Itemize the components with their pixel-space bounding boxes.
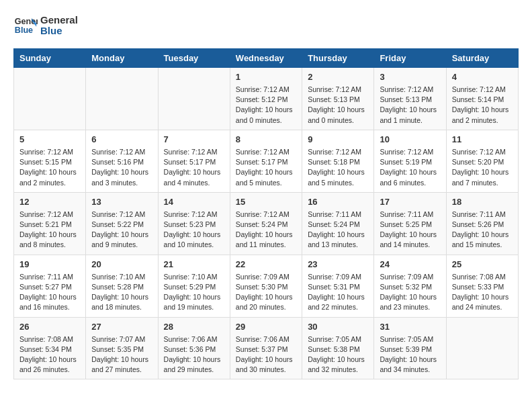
day-info: Sunrise: 7:12 AMSunset: 5:15 PMDaylight:… [19, 147, 80, 188]
day-cell: 20Sunrise: 7:10 AMSunset: 5:28 PMDayligh… [86, 255, 158, 317]
day-info: Sunrise: 7:12 AMSunset: 5:17 PMDaylight:… [164, 147, 224, 188]
day-info: Sunrise: 7:08 AMSunset: 5:34 PMDaylight:… [19, 334, 80, 375]
day-cell: 27Sunrise: 7:07 AMSunset: 5:35 PMDayligh… [86, 317, 158, 379]
day-number: 12 [19, 197, 80, 207]
day-info: Sunrise: 7:12 AMSunset: 5:22 PMDaylight:… [91, 210, 152, 250]
day-info: Sunrise: 7:05 AMSunset: 5:38 PMDaylight:… [308, 334, 368, 375]
day-number: 21 [164, 259, 224, 269]
logo-blue: Blue [40, 26, 78, 37]
day-cell: 26Sunrise: 7:08 AMSunset: 5:34 PMDayligh… [14, 317, 86, 379]
day-number: 6 [91, 134, 152, 144]
week-row-2: 12Sunrise: 7:12 AMSunset: 5:21 PMDayligh… [14, 192, 519, 255]
day-info: Sunrise: 7:11 AMSunset: 5:27 PMDaylight:… [19, 272, 80, 313]
day-number: 19 [19, 259, 80, 269]
day-number: 22 [236, 259, 296, 269]
header-tuesday: Tuesday [158, 49, 230, 68]
day-number: 28 [164, 322, 224, 332]
day-number: 10 [380, 134, 440, 144]
day-info: Sunrise: 7:12 AMSunset: 5:14 PMDaylight:… [452, 85, 513, 126]
day-number: 1 [236, 72, 296, 82]
day-cell: 31Sunrise: 7:05 AMSunset: 5:39 PMDayligh… [374, 317, 446, 379]
day-number: 4 [452, 72, 513, 82]
day-cell [158, 68, 230, 130]
day-number: 27 [91, 322, 152, 332]
day-info: Sunrise: 7:12 AMSunset: 5:19 PMDaylight:… [380, 147, 440, 188]
day-cell: 25Sunrise: 7:08 AMSunset: 5:33 PMDayligh… [446, 255, 518, 317]
day-info: Sunrise: 7:05 AMSunset: 5:39 PMDaylight:… [380, 334, 440, 375]
day-cell: 9Sunrise: 7:12 AMSunset: 5:18 PMDaylight… [302, 130, 374, 192]
day-number: 3 [380, 72, 440, 82]
day-info: Sunrise: 7:12 AMSunset: 5:13 PMDaylight:… [308, 85, 368, 126]
header-saturday: Saturday [446, 49, 518, 68]
day-cell: 11Sunrise: 7:12 AMSunset: 5:20 PMDayligh… [446, 130, 518, 192]
day-cell: 17Sunrise: 7:11 AMSunset: 5:25 PMDayligh… [374, 192, 446, 255]
day-info: Sunrise: 7:12 AMSunset: 5:23 PMDaylight:… [164, 210, 224, 250]
day-number: 30 [308, 322, 368, 332]
logo-icon: General Blue [13, 13, 38, 38]
day-info: Sunrise: 7:11 AMSunset: 5:25 PMDaylight:… [380, 210, 440, 250]
day-info: Sunrise: 7:06 AMSunset: 5:36 PMDaylight:… [164, 334, 224, 375]
day-number: 18 [452, 197, 513, 207]
page-header: General Blue General Blue [13, 13, 519, 38]
week-row-3: 19Sunrise: 7:11 AMSunset: 5:27 PMDayligh… [14, 255, 519, 317]
day-cell: 15Sunrise: 7:12 AMSunset: 5:24 PMDayligh… [230, 192, 302, 255]
day-info: Sunrise: 7:12 AMSunset: 5:21 PMDaylight:… [19, 210, 80, 250]
day-cell: 29Sunrise: 7:06 AMSunset: 5:37 PMDayligh… [230, 317, 302, 379]
calendar-table: SundayMondayTuesdayWednesdayThursdayFrid… [13, 48, 519, 379]
day-number: 14 [164, 197, 224, 207]
day-cell: 18Sunrise: 7:11 AMSunset: 5:26 PMDayligh… [446, 192, 518, 255]
header-monday: Monday [86, 49, 158, 68]
day-number: 23 [308, 259, 368, 269]
day-cell: 16Sunrise: 7:11 AMSunset: 5:24 PMDayligh… [302, 192, 374, 255]
day-info: Sunrise: 7:12 AMSunset: 5:20 PMDaylight:… [452, 147, 513, 188]
day-cell: 21Sunrise: 7:10 AMSunset: 5:29 PMDayligh… [158, 255, 230, 317]
day-info: Sunrise: 7:09 AMSunset: 5:32 PMDaylight:… [380, 272, 440, 313]
header-thursday: Thursday [302, 49, 374, 68]
day-cell: 19Sunrise: 7:11 AMSunset: 5:27 PMDayligh… [14, 255, 86, 317]
day-info: Sunrise: 7:12 AMSunset: 5:18 PMDaylight:… [308, 147, 368, 188]
day-cell: 5Sunrise: 7:12 AMSunset: 5:15 PMDaylight… [14, 130, 86, 192]
day-number: 8 [236, 134, 296, 144]
day-info: Sunrise: 7:08 AMSunset: 5:33 PMDaylight:… [452, 272, 513, 313]
day-cell: 30Sunrise: 7:05 AMSunset: 5:38 PMDayligh… [302, 317, 374, 379]
day-cell: 23Sunrise: 7:09 AMSunset: 5:31 PMDayligh… [302, 255, 374, 317]
day-info: Sunrise: 7:11 AMSunset: 5:24 PMDaylight:… [308, 210, 368, 250]
svg-text:Blue: Blue [15, 26, 33, 35]
day-cell: 3Sunrise: 7:12 AMSunset: 5:13 PMDaylight… [374, 68, 446, 130]
day-number: 2 [308, 72, 368, 82]
day-number: 15 [236, 197, 296, 207]
day-info: Sunrise: 7:10 AMSunset: 5:29 PMDaylight:… [164, 272, 224, 313]
day-cell: 12Sunrise: 7:12 AMSunset: 5:21 PMDayligh… [14, 192, 86, 255]
day-cell: 28Sunrise: 7:06 AMSunset: 5:36 PMDayligh… [158, 317, 230, 379]
day-number: 20 [91, 259, 152, 269]
week-row-4: 26Sunrise: 7:08 AMSunset: 5:34 PMDayligh… [14, 317, 519, 379]
day-cell: 2Sunrise: 7:12 AMSunset: 5:13 PMDaylight… [302, 68, 374, 130]
day-cell: 4Sunrise: 7:12 AMSunset: 5:14 PMDaylight… [446, 68, 518, 130]
day-number: 13 [91, 197, 152, 207]
day-cell [14, 68, 86, 130]
day-info: Sunrise: 7:06 AMSunset: 5:37 PMDaylight:… [236, 334, 296, 375]
day-info: Sunrise: 7:11 AMSunset: 5:26 PMDaylight:… [452, 210, 513, 250]
day-number: 7 [164, 134, 224, 144]
day-cell: 7Sunrise: 7:12 AMSunset: 5:17 PMDaylight… [158, 130, 230, 192]
day-cell [86, 68, 158, 130]
week-row-1: 5Sunrise: 7:12 AMSunset: 5:15 PMDaylight… [14, 130, 519, 192]
week-row-0: 1Sunrise: 7:12 AMSunset: 5:12 PMDaylight… [14, 68, 519, 130]
day-number: 9 [308, 134, 368, 144]
day-cell: 8Sunrise: 7:12 AMSunset: 5:17 PMDaylight… [230, 130, 302, 192]
header-friday: Friday [374, 49, 446, 68]
day-number: 24 [380, 259, 440, 269]
header-sunday: Sunday [14, 49, 86, 68]
day-cell: 14Sunrise: 7:12 AMSunset: 5:23 PMDayligh… [158, 192, 230, 255]
header-wednesday: Wednesday [230, 49, 302, 68]
day-number: 29 [236, 322, 296, 332]
day-cell: 1Sunrise: 7:12 AMSunset: 5:12 PMDaylight… [230, 68, 302, 130]
day-number: 5 [19, 134, 80, 144]
calendar-header-row: SundayMondayTuesdayWednesdayThursdayFrid… [14, 49, 519, 68]
day-number: 17 [380, 197, 440, 207]
day-number: 31 [380, 322, 440, 332]
day-info: Sunrise: 7:12 AMSunset: 5:16 PMDaylight:… [91, 147, 152, 188]
day-info: Sunrise: 7:07 AMSunset: 5:35 PMDaylight:… [91, 334, 152, 375]
day-number: 16 [308, 197, 368, 207]
day-info: Sunrise: 7:12 AMSunset: 5:12 PMDaylight:… [236, 85, 296, 126]
